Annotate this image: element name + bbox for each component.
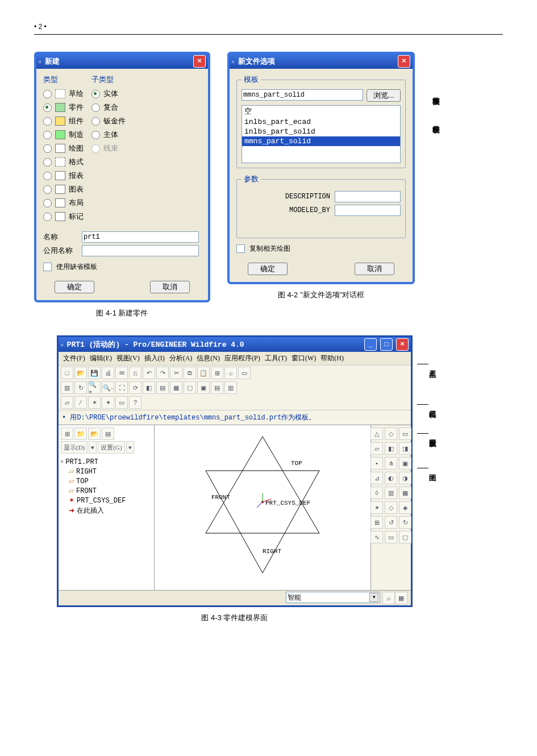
common-name-input[interactable] [82, 245, 199, 256]
datum-plane-icon[interactable]: ▱ [61, 396, 73, 409]
views-icon[interactable]: ▤ [156, 381, 169, 394]
feature-icon[interactable]: ↻ [399, 516, 411, 529]
repaint-icon[interactable]: ⟳ [129, 381, 141, 394]
selection-filter-combo[interactable]: 智能▾ [286, 592, 380, 603]
shading-icon[interactable]: ▥ [224, 381, 237, 394]
tree-icon[interactable]: ▤ [102, 427, 114, 440]
radio-solid[interactable]: 实体 [91, 87, 126, 101]
menu-tools[interactable]: 工具(T) [264, 353, 288, 364]
paste-icon[interactable]: 📋 [197, 367, 210, 379]
tree-settings-button[interactable]: 设置(G) [98, 441, 124, 454]
template-input[interactable] [242, 89, 363, 101]
feature-icon[interactable]: ⊿ [371, 472, 383, 484]
spin-icon[interactable]: ↻ [74, 381, 87, 394]
hidden-icon[interactable]: ▣ [197, 381, 210, 394]
feature-icon[interactable]: △ [371, 427, 383, 440]
csys-icon[interactable]: ✦ [102, 396, 114, 409]
tree-icon[interactable]: 📁 [74, 427, 87, 440]
feature-icon[interactable]: ◈ [399, 501, 411, 514]
browse-button[interactable]: 浏览... [367, 89, 401, 102]
tree-root[interactable]: ▫PRT1.PRT [61, 457, 152, 467]
minimize-icon[interactable]: _ [364, 338, 377, 351]
feature-icon[interactable]: ▱ [371, 442, 383, 455]
close-icon[interactable]: × [193, 55, 206, 68]
new-icon[interactable]: □ [61, 367, 73, 379]
feature-icon[interactable]: • [371, 457, 383, 470]
shade-icon[interactable]: ▦ [170, 381, 182, 394]
dropdown-icon[interactable]: ▾ [369, 593, 378, 602]
feature-icon[interactable]: ◇ [385, 427, 397, 440]
find-icon[interactable]: ⌕ [224, 367, 237, 379]
feature-icon[interactable]: ◨ [399, 442, 411, 455]
menu-application[interactable]: 应用程序(P) [223, 353, 261, 364]
feature-icon[interactable]: ▥ [385, 487, 397, 499]
copy-drawing-checkbox[interactable] [236, 244, 245, 253]
maximize-icon[interactable]: □ [380, 338, 393, 351]
radio-report[interactable]: 报表 [43, 169, 84, 182]
status-icon[interactable]: ▦ [395, 592, 407, 604]
use-default-checkbox[interactable] [43, 263, 52, 271]
menu-window[interactable]: 窗口(W) [290, 353, 317, 364]
radio-diagram[interactable]: 图表 [43, 182, 84, 196]
feature-icon[interactable]: ▭ [399, 427, 411, 440]
tree-show-button[interactable]: 显示(D) [61, 441, 88, 454]
toolbar-icon[interactable]: ▭ [238, 367, 251, 379]
tree-insert-here[interactable]: ➔在此插入 [61, 505, 152, 516]
feature-icon[interactable]: ⋔ [385, 457, 397, 470]
radio-sketch[interactable]: 草绘 [43, 87, 84, 101]
radio-manufacturing[interactable]: 制造 [43, 128, 84, 142]
menu-info[interactable]: 信息(N) [195, 353, 221, 364]
tree-icon[interactable]: ⊞ [61, 427, 73, 440]
menu-analysis[interactable]: 分析(A) [168, 353, 194, 364]
help-icon[interactable]: ? [129, 396, 141, 409]
tree-node[interactable]: ▱TOP [61, 476, 152, 486]
feature-icon[interactable]: ▦ [399, 487, 411, 499]
print-icon[interactable]: 🖨 [102, 367, 114, 379]
feature-icon[interactable]: ▢ [399, 531, 411, 543]
annotation-icon[interactable]: ▭ [115, 396, 128, 409]
param-input-description[interactable] [335, 191, 401, 202]
menu-edit[interactable]: 编辑(E) [89, 353, 113, 364]
undo-icon[interactable]: ↶ [143, 367, 155, 379]
orient-icon[interactable]: ◧ [143, 381, 155, 394]
filter-icon[interactable]: ⌕ [382, 592, 395, 604]
point-icon[interactable]: ✶ [88, 396, 101, 409]
toolbar-icon[interactable]: ⎌ [129, 367, 141, 379]
feature-icon[interactable]: ⊞ [371, 516, 383, 529]
refit-icon[interactable]: ⛶ [115, 381, 128, 394]
toolbar-icon[interactable]: ⊞ [211, 367, 223, 379]
save-icon[interactable]: 💾 [88, 367, 101, 379]
feature-icon[interactable]: ◊ [371, 487, 383, 499]
radio-drawing[interactable]: 绘图 [43, 142, 84, 155]
tree-node[interactable]: ▱RIGHT [61, 467, 152, 476]
feature-icon[interactable]: ◑ [399, 472, 411, 484]
radio-markup[interactable]: 标记 [43, 210, 84, 223]
menu-insert[interactable]: 插入(I) [143, 353, 166, 364]
feature-icon[interactable]: ∿ [371, 531, 383, 543]
radio-bulk[interactable]: 主体 [91, 128, 126, 142]
menu-file[interactable]: 文件(F) [62, 353, 86, 364]
menu-help[interactable]: 帮助(H) [319, 353, 345, 364]
template-list[interactable]: 空 inlbs_part_ecad inlbs_part_solid mmns_… [242, 105, 401, 163]
param-input-modeledby[interactable] [335, 205, 401, 216]
zoomout-icon[interactable]: 🔍- [102, 381, 114, 394]
radio-composite[interactable]: 复合 [91, 101, 126, 114]
wireframe-icon[interactable]: ▢ [184, 381, 196, 394]
radio-format[interactable]: 格式 [43, 155, 84, 169]
radio-assembly[interactable]: 组件 [43, 114, 84, 128]
layers-icon[interactable]: ▥ [61, 381, 73, 394]
open-icon[interactable]: 📂 [74, 367, 87, 379]
cancel-button[interactable]: 取消 [355, 263, 394, 275]
copy-icon[interactable]: ⧉ [184, 367, 196, 379]
feature-icon[interactable]: ◐ [385, 472, 397, 484]
zoomin-icon[interactable]: 🔍+ [88, 381, 101, 394]
graphics-area[interactable]: FRONT TOP RIGHT PRT_CSYS_DEF [155, 425, 371, 590]
feature-icon[interactable]: ◇ [385, 501, 397, 514]
feature-icon[interactable]: ◧ [385, 442, 397, 455]
feature-icon[interactable]: ✶ [371, 501, 383, 514]
nohidden-icon[interactable]: ▤ [211, 381, 223, 394]
radio-sheetmetal[interactable]: 钣金件 [91, 114, 126, 128]
dropdown-icon[interactable]: ▾ [89, 441, 97, 454]
close-icon[interactable]: × [396, 338, 409, 351]
redo-icon[interactable]: ↷ [156, 367, 169, 379]
